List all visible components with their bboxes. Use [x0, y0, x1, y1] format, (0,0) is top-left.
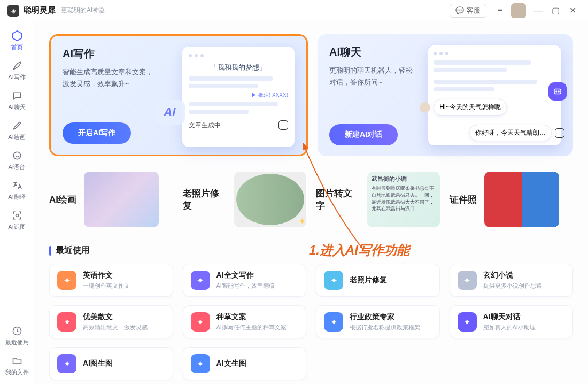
hero-chat-desc: 更聪明的聊天机器人，轻松对话，答你所问~ [329, 65, 434, 88]
svg-point-5 [556, 91, 557, 92]
translate-icon [11, 180, 23, 191]
feature-tile[interactable]: 图片转文字武昌街的小调有时候到重庆哪条采书总会不自然地跟武昌街君去走一回，最近发… [316, 168, 440, 231]
home-hex-icon [11, 30, 23, 42]
tile-title: 图片转文字 [316, 187, 360, 212]
svg-rect-4 [554, 89, 561, 94]
sidebar-label: 最近使用 [5, 338, 29, 346]
card-title: 老照片修复 [350, 275, 387, 285]
new-ai-chat-button[interactable]: 新建AI对话 [329, 124, 398, 145]
feature-tile[interactable]: 老照片修复✦ [183, 168, 307, 231]
card-icon: ✦ [57, 354, 76, 373]
svg-point-2 [16, 214, 18, 217]
hero-card-write[interactable]: AI写作 智能生成高质量文章和文案，激发灵感，效率飙升~ 开启AI写作 「我和我… [49, 34, 308, 156]
sidebar-label: AI写作 [8, 73, 25, 81]
sidebar-item-voice[interactable]: Ai语音 [3, 147, 32, 174]
hero-chat-title: AI聊天 [329, 45, 434, 59]
recent-card[interactable]: ✦老照片修复 [316, 264, 440, 297]
sidebar-item-recent[interactable]: 最近使用 [3, 322, 32, 350]
sidebar-label: 我的文件 [5, 368, 29, 376]
card-subtitle: 宛如真人的AI小助理 [483, 324, 536, 332]
recent-card[interactable]: ✦英语作文一键创作英文作文 [49, 264, 173, 297]
folder-icon [11, 355, 23, 367]
app-logo-icon: ◈ [7, 5, 19, 17]
app-name: 聪明灵犀 [24, 5, 56, 16]
brush-icon [11, 120, 23, 132]
feature-tile[interactable]: 证件照 [450, 168, 574, 231]
preview-annotation: ▶ 批注( XXXX) [189, 91, 288, 99]
feature-tile[interactable]: AI绘画✦ [49, 168, 173, 231]
hero-write-desc: 智能生成高质量文章和文案，激发灵感，效率飙升~ [63, 66, 167, 90]
chat-icon [11, 90, 23, 102]
customer-service-button[interactable]: 💬 客服 [450, 4, 486, 18]
close-icon[interactable]: ✕ [564, 3, 581, 19]
sidebar-label: Ai语音 [9, 163, 26, 171]
card-icon: ✦ [458, 271, 477, 290]
hero-card-chat[interactable]: AI聊天 更聪明的聊天机器人，轻松对话，答你所问~ 新建AI对话 [318, 34, 573, 156]
preview-doc-title: 「我和我的梦想」 [189, 63, 288, 72]
audio-icon [11, 150, 23, 161]
card-icon: ✦ [191, 354, 210, 373]
card-title: AI图生图 [83, 359, 113, 368]
sidebar-label: AI识图 [8, 223, 25, 231]
menu-icon[interactable]: ≡ [492, 3, 508, 19]
card-title: AI文生图 [216, 359, 246, 368]
scan-icon [11, 210, 23, 221]
tile-image: ✦ [84, 172, 159, 227]
main-content: AI写作 智能生成高质量文章和文案，激发灵感，效率飙升~ 开启AI写作 「我和我… [34, 21, 588, 385]
recent-card[interactable]: ✦AI文生图 [183, 347, 307, 380]
sidebar-item-files[interactable]: 我的文件 [3, 352, 32, 380]
card-title: 玄幻小说 [483, 271, 542, 280]
ai-badge-icon: AI [154, 100, 185, 125]
hex-mini-icon [278, 120, 288, 130]
recent-card[interactable]: ✦AI聊天对话宛如真人的AI小助理 [450, 305, 574, 338]
hero-write-title: AI写作 [63, 47, 167, 61]
sidebar-item-home[interactable]: 首页 [3, 27, 32, 55]
recent-section-header: 最近使用 [49, 245, 573, 256]
sidebar: 首页 AI写作 AI聊天 AI绘画 Ai语音 AI翻译 AI识图 最 [0, 21, 34, 385]
recent-card[interactable]: ✦AI图生图 [49, 347, 173, 380]
sidebar-label: AI翻译 [8, 193, 25, 201]
card-subtitle: AI撰写任何主题的种草文案 [216, 324, 287, 332]
card-title: 优美散文 [83, 312, 148, 322]
user-avatar[interactable] [511, 3, 526, 18]
sidebar-item-translate[interactable]: AI翻译 [3, 176, 32, 204]
tile-title: AI绘画 [49, 194, 76, 206]
recent-card[interactable]: ✦种草文案AI撰写任何主题的种草文案 [183, 305, 307, 338]
start-ai-write-button[interactable]: 开启AI写作 [63, 122, 131, 144]
recent-card[interactable]: ✦AI全文写作AI智能写作，效率翻倍 [183, 264, 307, 297]
sidebar-label: 首页 [11, 43, 23, 51]
maximize-icon[interactable]: ▢ [547, 3, 563, 19]
titlebar: ◈ 聪明灵犀 更聪明的AI神器 💬 客服 ≡ — ▢ ✕ [0, 0, 588, 21]
card-icon: ✦ [57, 312, 76, 332]
card-title: 英语作文 [83, 271, 130, 280]
chat-bubble-user: Hi~今天的天气怎样呢 [420, 99, 506, 116]
minimize-icon[interactable]: — [530, 3, 546, 19]
recent-title: 最近使用 [56, 245, 90, 256]
card-subtitle: 提供更多小说创作思路 [483, 282, 542, 290]
card-icon: ✦ [191, 312, 210, 332]
recent-card[interactable]: ✦行业政策专家根据行业名称提供政策框架 [316, 305, 440, 338]
sidebar-item-paint[interactable]: AI绘画 [3, 117, 32, 144]
write-preview: 「我和我的梦想」 ▶ 批注( XXXX) 文章生成中 [182, 47, 295, 147]
card-title: 种草文案 [216, 312, 287, 322]
sidebar-item-write[interactable]: AI写作 [3, 57, 32, 84]
tile-title: 证件照 [450, 194, 477, 206]
chat-bubble-ai: 你好呀，今天天气晴朗… [469, 125, 564, 141]
tile-image: ✦ [234, 172, 306, 227]
card-subtitle: 高效输出散文，激发灵感 [83, 324, 148, 332]
card-title: AI聊天对话 [483, 312, 536, 322]
tile-title: 老照片修复 [183, 187, 227, 212]
recent-card[interactable]: ✦玄幻小说提供更多小说创作思路 [450, 264, 574, 297]
card-title: 行业政策专家 [350, 312, 420, 322]
card-icon: ✦ [324, 312, 343, 332]
recent-card[interactable]: ✦优美散文高效输出散文，激发灵感 [49, 305, 173, 338]
feather-icon [11, 60, 23, 72]
clock-icon [11, 325, 23, 337]
sidebar-label: AI绘画 [8, 133, 25, 141]
tile-image: 武昌街的小调有时候到重庆哪条采书总会不自然地跟武昌街君去走一回，最近发现武昌街大… [367, 172, 440, 227]
card-subtitle: 一键创作英文作文 [83, 282, 130, 290]
sidebar-item-chat[interactable]: AI聊天 [3, 87, 32, 114]
chat-robot-icon [548, 82, 567, 101]
sidebar-item-ocr[interactable]: AI识图 [3, 206, 32, 234]
preview-status: 文章生成中 [189, 121, 221, 130]
